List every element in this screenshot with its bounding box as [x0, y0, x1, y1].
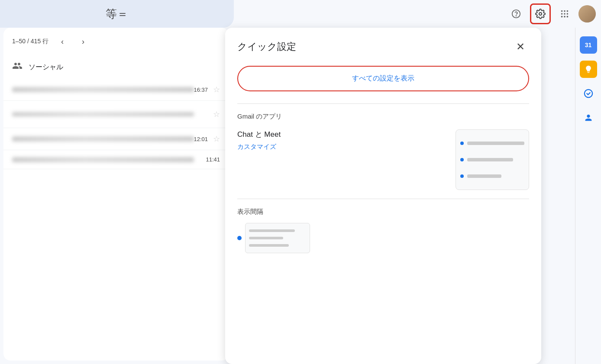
preview-row-2 [460, 158, 524, 161]
email-time-3: 12:01 [194, 136, 208, 142]
keep-icon-box[interactable] [580, 61, 597, 78]
email-time-4: 11:41 [206, 156, 220, 163]
next-page-button[interactable]: › [76, 35, 90, 48]
header-icons [506, 3, 596, 24]
prev-page-button[interactable]: ‹ [55, 35, 69, 48]
email-item-3[interactable]: 12:01 ☆ [3, 128, 229, 150]
svg-point-6 [561, 13, 563, 15]
spacing-label: 表示間隔 [237, 208, 529, 216]
email-item-4[interactable]: 11:41 [3, 150, 229, 169]
apps-button[interactable] [554, 3, 575, 24]
email-preview-blur [12, 87, 194, 92]
preview-dot-1 [460, 142, 464, 145]
svg-point-3 [561, 10, 563, 12]
quick-settings-panel: クイック設定 ✕ すべての設定を表示 Gmail のアプリ Chat と Mee… [225, 28, 541, 364]
tasks-icon [584, 89, 593, 98]
avatar[interactable] [578, 5, 596, 23]
preview-row-1 [460, 142, 524, 145]
calendar-number: 31 [585, 42, 592, 48]
svg-point-5 [567, 10, 569, 12]
preview-row-3 [460, 174, 524, 178]
spacing-selected-dot [237, 236, 242, 240]
preview-line-1 [467, 142, 524, 145]
search-bar-area: 等＝ [0, 0, 234, 28]
gmail-apps-label: Gmail のアプリ [237, 113, 529, 121]
customize-link[interactable]: カスタマイズ [237, 143, 276, 150]
svg-point-12 [584, 90, 592, 97]
spacing-preview-line-3 [249, 244, 289, 247]
spacing-section: 表示間隔 [237, 208, 529, 253]
svg-point-7 [564, 13, 565, 15]
svg-point-2 [539, 13, 542, 15]
email-preview-blur-3 [12, 136, 194, 142]
svg-point-9 [561, 16, 563, 18]
divider-2 [237, 199, 529, 199]
social-label-text: ソーシャル [29, 63, 63, 72]
page-info: 1–50 / 415 行 [12, 38, 48, 45]
show-all-settings-button[interactable]: すべての設定を表示 [239, 68, 527, 89]
quick-settings-close-button[interactable]: ✕ [512, 38, 529, 55]
spacing-preview-line-1 [249, 229, 295, 232]
spacing-preview-line-2 [249, 237, 283, 239]
email-item-1[interactable]: 16:37 ☆ [3, 79, 229, 101]
header: 等＝ [0, 0, 601, 28]
svg-point-11 [567, 16, 569, 18]
star-icon-2[interactable]: ☆ [213, 110, 220, 119]
contacts-icon-box[interactable] [580, 109, 597, 126]
calendar-icon-box[interactable]: 31 [580, 36, 597, 54]
email-list: 1–50 / 415 行 ‹ › ソーシャル 16:37 ☆ ☆ 12:01 [3, 28, 229, 361]
right-sidebar: 31 [575, 28, 601, 364]
chat-meet-section: Chat と Meet カスタマイズ [237, 129, 529, 190]
email-item-2[interactable]: ☆ [3, 101, 229, 128]
show-all-settings-wrapper: すべての設定を表示 [237, 66, 529, 91]
svg-point-8 [567, 13, 569, 15]
email-preview-blur-2 [12, 112, 194, 116]
chat-meet-content: Chat と Meet カスタマイズ [237, 129, 445, 151]
email-pagination: 1–50 / 415 行 ‹ › [3, 28, 229, 55]
preview-line-2 [467, 158, 513, 161]
keep-icon [584, 65, 593, 74]
svg-point-10 [564, 16, 565, 18]
star-icon-1[interactable]: ☆ [213, 85, 220, 94]
apps-icon [560, 9, 569, 19]
preview-line-3 [467, 174, 501, 178]
email-time-1: 16:37 [194, 87, 208, 93]
star-icon-3[interactable]: ☆ [213, 134, 220, 144]
spacing-preview-card[interactable] [245, 223, 310, 253]
email-preview-blur-4 [12, 157, 194, 162]
gear-icon [535, 9, 546, 19]
divider-1 [237, 103, 529, 104]
preview-dot-2 [460, 158, 464, 161]
chat-meet-preview [456, 129, 529, 190]
spacing-options-row [237, 223, 529, 253]
main-content: 1–50 / 415 行 ‹ › ソーシャル 16:37 ☆ ☆ 12:01 [0, 28, 601, 364]
filter-icon: 等＝ [106, 6, 128, 22]
contacts-icon [584, 113, 593, 122]
chat-meet-title: Chat と Meet [237, 129, 445, 139]
svg-point-4 [564, 10, 565, 12]
help-icon [511, 9, 521, 19]
settings-button[interactable] [530, 3, 551, 24]
social-category: ソーシャル [3, 55, 229, 79]
help-button[interactable] [506, 3, 527, 24]
tasks-icon-box[interactable] [580, 85, 597, 102]
quick-settings-header: クイック設定 ✕ [237, 38, 529, 55]
quick-settings-title: クイック設定 [237, 40, 296, 53]
preview-dot-3 [460, 174, 464, 178]
social-icon [12, 61, 23, 74]
